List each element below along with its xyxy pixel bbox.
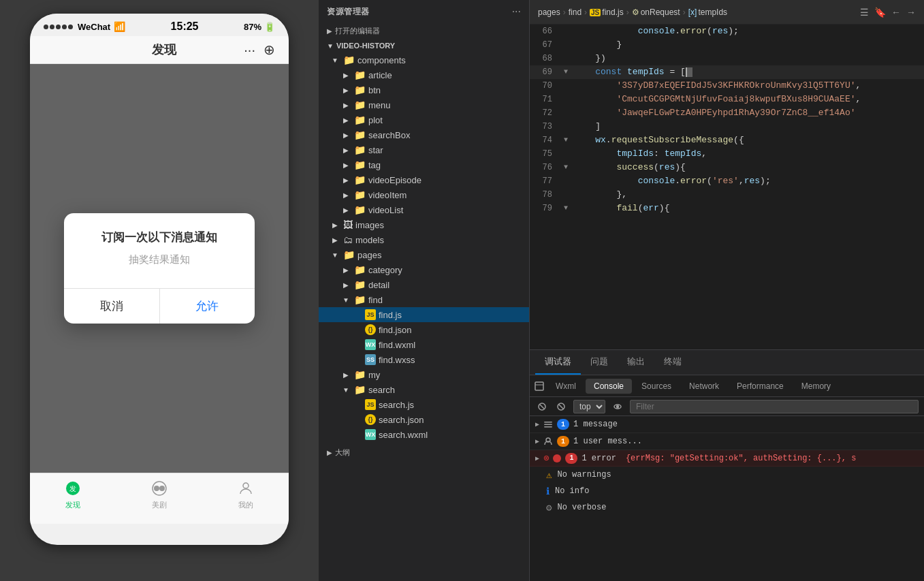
top-bar-icons: ☰ 🔖 ← → bbox=[860, 7, 916, 18]
tree-item-find-wxss[interactable]: SS find.wxss bbox=[319, 352, 529, 367]
tree-item-category[interactable]: ▶ 📁 category bbox=[319, 262, 529, 277]
tree-item-search-js[interactable]: JS search.js bbox=[319, 397, 529, 412]
dots-icon[interactable]: ··· bbox=[244, 42, 255, 58]
tree-item-models[interactable]: ▶ 🗂 models bbox=[319, 232, 529, 247]
tree-item-videoitem[interactable]: ▶ 📁 videoItem bbox=[319, 187, 529, 202]
code-line-75: 75 tmplIds: tempIds, bbox=[530, 147, 924, 161]
tree-item-videoepisode[interactable]: ▶ 📁 videoEpisode bbox=[319, 172, 529, 187]
block-icon[interactable] bbox=[554, 400, 568, 413]
inspect-icon[interactable] bbox=[532, 379, 546, 393]
breadcrumb-find-js[interactable]: JSfind.js bbox=[590, 7, 624, 17]
tab-wxml[interactable]: Wxml bbox=[547, 379, 584, 394]
error-circle-icon: ⊗ bbox=[543, 452, 549, 464]
arrow-icon: ▼ bbox=[340, 296, 351, 304]
tab-issues[interactable]: 问题 bbox=[581, 350, 618, 375]
tab-memory[interactable]: Memory bbox=[793, 379, 839, 394]
tree-label: detail bbox=[368, 280, 389, 290]
open-editors-section[interactable]: ▶ 打开的编辑器 bbox=[319, 23, 529, 39]
hamburger-icon[interactable]: ☰ bbox=[860, 7, 869, 18]
tree-item-find[interactable]: ▼ 📁 find bbox=[319, 292, 529, 307]
tree-item-searchbox[interactable]: ▶ 📁 searchBox bbox=[319, 127, 529, 142]
tab-debugger[interactable]: 调试器 bbox=[535, 350, 581, 375]
tab-output[interactable]: 输出 bbox=[618, 350, 654, 375]
tree-item-star[interactable]: ▶ 📁 star bbox=[319, 142, 529, 157]
no-warnings-label: No warnings bbox=[557, 470, 611, 480]
svg-point-4 bbox=[159, 486, 165, 491]
tree-label: star bbox=[368, 145, 383, 155]
breadcrumb-onrequest[interactable]: ⚙onRequest bbox=[632, 7, 680, 17]
console-error-message[interactable]: ▶ ⊗ 1 1 error {errMsg: "getSetting:ok", … bbox=[530, 450, 924, 467]
bottom-nav-find[interactable]: 发 发现 bbox=[63, 479, 82, 510]
battery-label: 87% bbox=[244, 22, 261, 32]
modal-cancel-button[interactable]: 取消 bbox=[64, 289, 160, 324]
tab-network[interactable]: Network bbox=[681, 379, 727, 394]
tree-item-find-js[interactable]: JS find.js bbox=[319, 307, 529, 322]
tree-item-components[interactable]: ▼ 📁 components bbox=[319, 52, 529, 67]
back-icon[interactable]: ← bbox=[891, 7, 901, 18]
tree-item-search-json[interactable]: {} search.json bbox=[319, 412, 529, 427]
bottom-nav-drama-label: 美剧 bbox=[152, 500, 167, 510]
console-row-verbose[interactable]: ⚙ No verbose bbox=[530, 499, 924, 516]
clear-console-icon[interactable] bbox=[535, 400, 549, 413]
tab-terminal[interactable]: 终端 bbox=[654, 350, 691, 375]
wxss-file-icon: SS bbox=[365, 354, 376, 365]
tree-label: menu bbox=[368, 100, 391, 110]
tab-sources[interactable]: Sources bbox=[633, 379, 680, 394]
group-header-user-message[interactable]: ▶ 1 1 user mess... bbox=[530, 433, 924, 450]
bottom-nav-mine[interactable]: 我的 bbox=[236, 479, 255, 510]
console-row-info[interactable]: ℹ No info bbox=[530, 483, 924, 499]
arrow-icon: ▶ bbox=[340, 371, 351, 379]
section-arrow: ▶ bbox=[327, 27, 332, 35]
tree-item-search[interactable]: ▼ 📁 search bbox=[319, 382, 529, 397]
project-section[interactable]: ▼ VIDEO-HISTORY bbox=[319, 39, 529, 52]
tab-console[interactable]: Console bbox=[586, 379, 632, 394]
arrow-icon: ▶ bbox=[340, 206, 351, 214]
folder-icon: 📁 bbox=[354, 204, 366, 215]
filter-input[interactable] bbox=[630, 400, 919, 413]
message-badge: 1 bbox=[557, 419, 569, 430]
console-row-warnings[interactable]: ⚠ No warnings bbox=[530, 467, 924, 483]
tree-item-images[interactable]: ▶ 🖼 images bbox=[319, 217, 529, 232]
line-num-77: 77 bbox=[530, 174, 560, 188]
breadcrumb-sep-1: › bbox=[563, 7, 566, 17]
drama-icon bbox=[150, 479, 169, 498]
console-group-message: ▶ 1 1 message bbox=[530, 416, 924, 433]
svg-rect-16 bbox=[544, 426, 552, 428]
breadcrumb-find-folder[interactable]: find bbox=[569, 7, 582, 17]
line-num-75: 75 bbox=[530, 147, 560, 161]
tree-label: videoItem bbox=[368, 190, 407, 200]
outline-section[interactable]: ▶ 大纲 bbox=[319, 445, 529, 460]
code-area[interactable]: 66 console.error(res); 67 } 68 }) 6 bbox=[530, 25, 924, 349]
tree-item-pages[interactable]: ▼ 📁 pages bbox=[319, 247, 529, 262]
tree-item-btn[interactable]: ▶ 📁 btn bbox=[319, 82, 529, 97]
tab-performance[interactable]: Performance bbox=[729, 379, 792, 394]
signal-dots bbox=[44, 25, 73, 29]
modal-confirm-button[interactable]: 允许 bbox=[160, 289, 255, 324]
tree-item-detail[interactable]: ▶ 📁 detail bbox=[319, 277, 529, 292]
tree-item-menu[interactable]: ▶ 📁 menu bbox=[319, 97, 529, 112]
line-num-79: 79 bbox=[530, 202, 560, 215]
tree-item-find-wxml[interactable]: WX find.wxml bbox=[319, 337, 529, 352]
explorer-menu-icon[interactable]: ··· bbox=[512, 5, 521, 18]
console-messages[interactable]: ▶ 1 1 message ▶ 1 1 user mess... bbox=[530, 416, 924, 581]
bookmark-icon[interactable]: 🔖 bbox=[874, 7, 886, 18]
tree-item-plot[interactable]: ▶ 📁 plot bbox=[319, 112, 529, 127]
bottom-nav-drama[interactable]: 美剧 bbox=[150, 479, 169, 510]
group-header-message[interactable]: ▶ 1 1 message bbox=[530, 416, 924, 433]
tree-item-search-wxml[interactable]: WX search.wxml bbox=[319, 427, 529, 442]
line-num-67: 67 bbox=[530, 38, 560, 52]
breadcrumb-tempids[interactable]: [x]tempIds bbox=[688, 7, 727, 17]
context-select[interactable]: top bbox=[573, 400, 605, 413]
folder-icon: 📁 bbox=[354, 279, 366, 290]
camera-icon[interactable]: ⊕ bbox=[264, 42, 275, 58]
line-content-76: success(res){ bbox=[571, 161, 924, 174]
tree-item-article[interactable]: ▶ 📁 article bbox=[319, 67, 529, 82]
eye-icon[interactable] bbox=[611, 400, 624, 413]
tree-item-my[interactable]: ▶ 📁 my bbox=[319, 367, 529, 382]
forward-icon[interactable]: → bbox=[906, 7, 916, 18]
tree-item-find-json[interactable]: {} find.json bbox=[319, 322, 529, 337]
tree-item-tag[interactable]: ▶ 📁 tag bbox=[319, 157, 529, 172]
arrow-icon: ▶ bbox=[340, 191, 351, 199]
tree-item-videolist[interactable]: ▶ 📁 videoList bbox=[319, 202, 529, 217]
breadcrumb-pages[interactable]: pages bbox=[538, 7, 560, 17]
